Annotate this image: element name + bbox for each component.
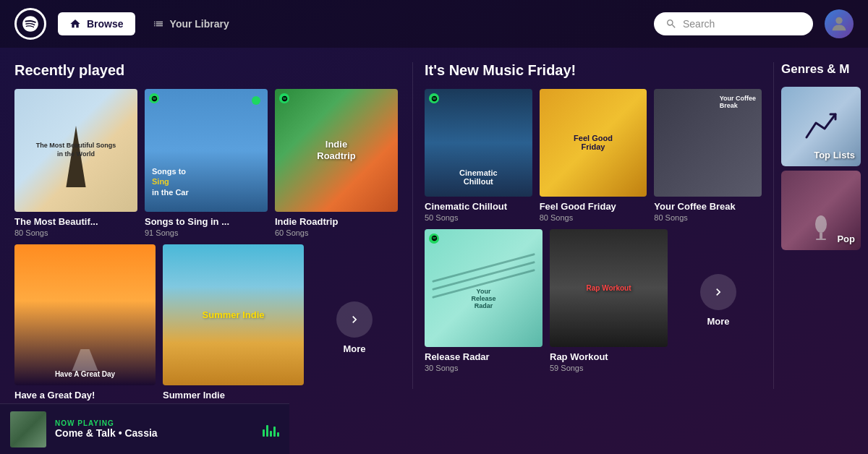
eq-bar-1 xyxy=(263,429,265,437)
card-most-beautiful[interactable]: The Most Beautiful Songsin the World The… xyxy=(14,89,137,237)
card-title-feel-good: Feel Good Friday xyxy=(540,201,647,212)
art-summer-indie: Summer Indie xyxy=(163,244,304,385)
art-cinematic: CinematicChillout xyxy=(425,89,532,197)
card-title-coffee-break: Your Coffee Break xyxy=(654,201,762,212)
art-songs-car-text: Songs toSingin the Car xyxy=(152,166,189,197)
more-label-new-music: More xyxy=(707,316,729,327)
genre-card-pop[interactable]: Pop xyxy=(781,171,861,250)
card-subtitle-cinematic: 50 Songs xyxy=(425,213,532,222)
card-subtitle-indie-roadtrip: 60 Songs xyxy=(275,228,398,237)
genre-pop-label: Pop xyxy=(837,234,855,244)
card-feel-good-friday[interactable]: Feel GoodFriday Feel Good Friday 80 Song… xyxy=(540,89,647,222)
recently-played-title: Recently played xyxy=(14,62,398,79)
recently-played-more-button[interactable]: More xyxy=(311,244,398,403)
card-title-summer-indie: Summer Indie xyxy=(163,390,304,401)
card-title-rap-workout: Rap Workout xyxy=(550,351,668,362)
art-summer-indie-text: Summer Indie xyxy=(203,309,265,320)
art-songs-car: Songs toSingin the Car xyxy=(145,89,268,212)
card-subtitle-release-radar: 30 Songs xyxy=(425,364,542,372)
svg-point-1 xyxy=(815,215,827,233)
card-title-most-beautiful: The Most Beautif... xyxy=(14,216,137,227)
card-indie-roadtrip[interactable]: IndieRoadtrip Indie Roadtrip 60 Songs xyxy=(275,89,398,237)
card-title-indie-roadtrip: Indie Roadtrip xyxy=(275,216,398,227)
now-playing-song: Come & Talk • Cassia xyxy=(55,427,254,439)
new-music-friday-title: It's New Music Friday! xyxy=(425,62,762,79)
card-songs-car[interactable]: Songs toSingin the Car Songs to Sing in … xyxy=(145,89,268,237)
eq-bar-4 xyxy=(273,427,276,437)
new-music-bottom-row: YourReleaseRadar Release Radar 30 Songs … xyxy=(425,229,762,372)
art-have-great: Have A Great Day xyxy=(14,244,156,385)
search-icon xyxy=(665,18,677,30)
card-img-indie-roadtrip: IndieRoadtrip xyxy=(275,89,398,212)
new-music-more-button[interactable]: More xyxy=(675,229,762,372)
card-img-summer-indie: Summer Indie xyxy=(163,244,304,385)
now-playing-artist: Cassia xyxy=(124,427,157,439)
browse-button[interactable]: Browse xyxy=(58,12,135,35)
art-release-radar: YourReleaseRadar xyxy=(425,229,542,347)
art-rap-text: Rap Workout xyxy=(586,284,631,292)
art-feel-good-text: Feel GoodFriday xyxy=(574,134,613,151)
art-have-great-text: Have A Great Day xyxy=(55,370,115,378)
more-circle-new-music xyxy=(700,274,736,310)
art-beautiful-text: The Most Beautiful Songsin the World xyxy=(36,142,116,158)
search-bar[interactable]: Search xyxy=(654,12,813,35)
chevron-right-icon xyxy=(347,312,362,327)
spotify-logo[interactable] xyxy=(14,8,46,40)
library-label: Your Library xyxy=(170,18,229,30)
card-subtitle-coffee-break: 80 Songs xyxy=(654,213,762,222)
card-img-release-radar: YourReleaseRadar xyxy=(425,229,542,347)
card-summer-indie[interactable]: Summer Indie Summer Indie 60 Songs xyxy=(163,244,304,403)
spotify-dot-release-radar xyxy=(429,234,439,244)
card-subtitle-feel-good: 80 Songs xyxy=(540,213,647,222)
spotify-dot-indie-roadtrip xyxy=(279,93,289,103)
svg-rect-3 xyxy=(816,239,826,240)
card-img-feel-good: Feel GoodFriday xyxy=(540,89,647,197)
card-title-have-great-day: Have a Great Day! xyxy=(14,390,156,401)
more-circle-recently-played xyxy=(336,301,373,338)
chevron-right-icon-2 xyxy=(711,285,726,299)
card-title-songs-car: Songs to Sing in ... xyxy=(145,216,268,227)
search-label: Search xyxy=(683,18,715,30)
card-subtitle-most-beautiful: 80 Songs xyxy=(14,228,137,237)
card-rap-workout[interactable]: Rap Workout Rap Workout 59 Songs xyxy=(550,229,668,372)
browse-label: Browse xyxy=(87,18,124,30)
card-img-rap-workout: Rap Workout xyxy=(550,229,668,347)
recently-played-bottom-row: Have A Great Day Have a Great Day! 101 S… xyxy=(14,244,398,403)
svg-point-0 xyxy=(835,17,842,24)
art-release-radar-text: YourReleaseRadar xyxy=(471,288,495,309)
card-cinematic-chillout[interactable]: CinematicChillout Cinematic Chillout 50 … xyxy=(425,89,532,222)
now-playing-bar: NOW PLAYING Come & Talk • Cassia xyxy=(0,403,289,454)
now-playing-label: NOW PLAYING xyxy=(55,419,254,427)
now-playing-song-name: Come & Talk xyxy=(55,427,116,439)
art-indie-roadtrip-text: IndieRoadtrip xyxy=(317,139,355,161)
art-rap-workout: Rap Workout xyxy=(550,229,668,347)
card-img-most-beautiful: The Most Beautiful Songsin the World xyxy=(14,89,137,212)
library-button[interactable]: Your Library xyxy=(153,18,229,30)
navbar: Browse Your Library Search xyxy=(0,0,868,48)
card-img-songs-car: Songs toSingin the Car xyxy=(145,89,268,212)
art-cinematic-text: CinematicChillout xyxy=(459,168,498,186)
genres-section: Genres & M Top Lists Pop xyxy=(774,48,868,403)
chart-icon xyxy=(803,108,839,145)
spotify-dot-cinematic xyxy=(429,93,439,103)
now-playing-info: NOW PLAYING Come & Talk • Cassia xyxy=(55,419,254,439)
recently-played-section: Recently played The Most Beautiful Songs… xyxy=(0,48,412,403)
genre-card-top-lists[interactable]: Top Lists xyxy=(781,87,861,166)
card-release-radar[interactable]: YourReleaseRadar Release Radar 30 Songs xyxy=(425,229,542,372)
art-feel-good: Feel GoodFriday xyxy=(540,89,647,197)
now-playing-thumbnail xyxy=(10,411,46,447)
eq-bar-3 xyxy=(270,431,272,437)
spotify-dot-songs-car xyxy=(149,93,159,103)
more-label-recently-played: More xyxy=(343,343,365,354)
card-title-release-radar: Release Radar xyxy=(425,351,542,362)
card-coffee-break[interactable]: Your CoffeeBreak Your Coffee Break 80 So… xyxy=(654,89,762,222)
card-have-great-day[interactable]: Have A Great Day Have a Great Day! 101 S… xyxy=(14,244,156,403)
recently-played-top-row: The Most Beautiful Songsin the World The… xyxy=(14,89,398,237)
now-playing-equalizer xyxy=(263,422,279,437)
wave-line-1 xyxy=(432,253,535,283)
new-music-top-row: CinematicChillout Cinematic Chillout 50 … xyxy=(425,89,762,222)
now-playing-separator: • xyxy=(119,427,122,439)
user-avatar[interactable] xyxy=(825,9,854,38)
eq-bar-2 xyxy=(266,425,268,437)
card-subtitle-songs-car: 91 Songs xyxy=(145,228,268,237)
